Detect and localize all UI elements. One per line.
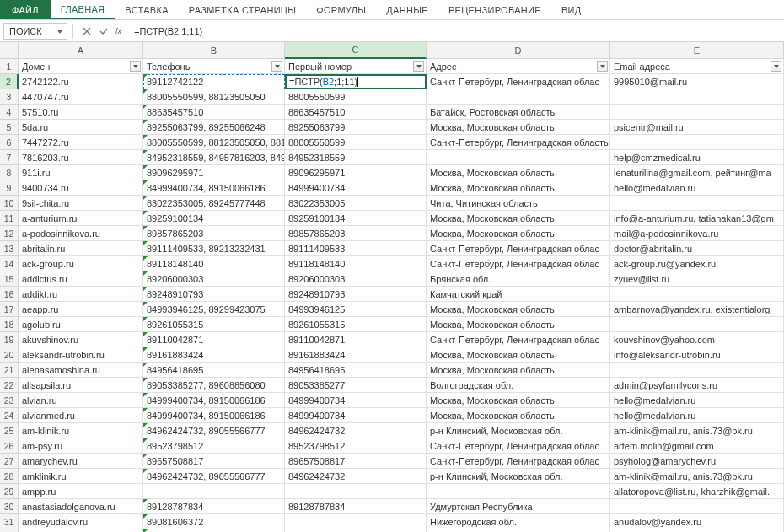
cell[interactable]: 5da.ru xyxy=(19,120,143,135)
cell[interactable]: 89111409533 xyxy=(285,241,427,256)
cell[interactable]: a-podosinnikova.ru xyxy=(19,226,143,241)
cell[interactable]: 89259100134 xyxy=(143,211,285,226)
cell[interactable]: psyholog@amarychev.ru xyxy=(610,454,784,469)
row-header[interactable]: 30 xyxy=(0,499,19,514)
tab-page-layout[interactable]: РАЗМЕТКА СТРАНИЦЫ xyxy=(179,0,307,19)
cell[interactable]: hello@medalvian.ru xyxy=(610,180,784,196)
cell[interactable]: 84962424732 xyxy=(285,423,427,438)
cell[interactable]: 89111409533, 89213232431 xyxy=(143,241,285,256)
cell[interactable]: Нижегородская обл. xyxy=(427,514,610,529)
cell[interactable]: akuvshinov.ru xyxy=(19,332,143,347)
row-header[interactable]: 9 xyxy=(0,180,19,196)
row-header[interactable]: 14 xyxy=(0,256,19,271)
cell[interactable]: 89110042871 xyxy=(285,332,427,347)
header-cell[interactable]: Первый номер xyxy=(285,59,427,74)
row-header[interactable]: 8 xyxy=(0,165,19,180)
cell[interactable]: 89112742122 xyxy=(143,74,285,89)
cell[interactable]: artem.molin@gmail.com xyxy=(610,438,784,454)
cell[interactable]: Москва, Московская область xyxy=(427,226,610,241)
row-header[interactable]: 21 xyxy=(0,363,19,378)
cell[interactable]: 89255063799 xyxy=(285,120,427,135)
cell[interactable]: 911i.ru xyxy=(19,165,143,180)
cell[interactable]: 83022353005 xyxy=(285,196,427,211)
cell[interactable]: р-н Клинский, Московская обл. xyxy=(427,423,610,438)
cell[interactable]: Москва, Московская область xyxy=(427,302,610,317)
cell[interactable]: Санкт-Петербург, Ленинградская облас xyxy=(427,256,610,271)
header-cell[interactable]: Email адреса xyxy=(610,59,784,74)
cell[interactable]: 84956418695 xyxy=(143,363,285,378)
header-cell[interactable]: Домен xyxy=(19,59,143,74)
cell[interactable]: alvianmed.ru xyxy=(19,408,143,423)
cell[interactable]: 89248910793 xyxy=(285,287,427,302)
cell[interactable]: 84993946125, 89299423075 xyxy=(143,302,285,317)
cell[interactable]: hello@medalvian.ru xyxy=(610,393,784,408)
cell[interactable]: 2742122.ru xyxy=(19,74,143,89)
cell[interactable]: admin@psyfamilycons.ru xyxy=(610,378,784,393)
cell[interactable]: anastasiadolganova.ru xyxy=(19,499,143,514)
cell[interactable] xyxy=(610,105,784,120)
row-header[interactable]: 17 xyxy=(0,302,19,317)
cell[interactable]: 4470747.ru xyxy=(19,89,143,105)
cell[interactable]: 84999400734, 89150066186 xyxy=(143,180,285,196)
cell[interactable]: 7816203.ru xyxy=(19,150,143,165)
cell[interactable]: Москва, Московская область xyxy=(427,393,610,408)
cell[interactable]: help@cmzmedical.ru xyxy=(610,150,784,165)
cell[interactable]: 88005550599 xyxy=(285,89,427,105)
cell[interactable]: Москва, Московская область xyxy=(427,180,610,196)
cell[interactable]: 89161883424 xyxy=(143,347,285,363)
cell[interactable]: 89206000303 xyxy=(143,271,285,287)
cell[interactable]: Удмуртская Республика xyxy=(427,499,610,514)
cell[interactable]: anudalov@yandex.ru xyxy=(610,514,784,529)
cell[interactable]: 84962424732, 89055566777 xyxy=(143,423,285,438)
row-header[interactable]: 7 xyxy=(0,150,19,165)
cell[interactable]: 89081606372 xyxy=(143,514,285,529)
cell[interactable]: Чита, Читинская область xyxy=(427,196,610,211)
fx-icon[interactable]: fx xyxy=(112,23,129,40)
cell[interactable]: Волгоградская обл. xyxy=(427,378,610,393)
cell[interactable]: 89118148140 xyxy=(143,256,285,271)
cell[interactable]: alenasamoshina.ru xyxy=(19,363,143,378)
cell[interactable]: =ПСТР(B2;1;11) xyxy=(285,74,427,89)
cell[interactable]: psicentr@mail.ru xyxy=(610,120,784,135)
tab-data[interactable]: ДАННЫЕ xyxy=(376,0,438,19)
name-box[interactable]: ПОИСК xyxy=(3,23,67,40)
cell[interactable]: 83022353005, 89245777448 xyxy=(143,196,285,211)
cell[interactable] xyxy=(427,150,610,165)
cell-editor[interactable]: =ПСТР(B2;1;11) xyxy=(287,76,425,88)
cell[interactable]: 89523798512 xyxy=(143,438,285,454)
cell[interactable]: hello@medalvian.ru xyxy=(610,408,784,423)
row-header[interactable]: 13 xyxy=(0,241,19,256)
cell[interactable]: 88005550599 xyxy=(285,135,427,150)
cancel-icon[interactable] xyxy=(78,23,95,40)
cell[interactable]: 57510.ru xyxy=(19,105,143,120)
col-header-c[interactable]: C xyxy=(285,42,427,59)
cell[interactable]: Москва, Московская область xyxy=(427,317,610,332)
cell[interactable]: 84962424732 xyxy=(285,469,427,484)
cell[interactable] xyxy=(610,89,784,105)
cell[interactable]: a-anturium.ru xyxy=(19,211,143,226)
row-header[interactable]: 11 xyxy=(0,211,19,226)
cell[interactable]: 89657508817 xyxy=(285,454,427,469)
cell[interactable]: 89657508817 xyxy=(143,454,285,469)
cell[interactable]: alisapsila.ru xyxy=(19,378,143,393)
header-cell[interactable]: Адрес xyxy=(427,59,610,74)
cell[interactable]: 89161883424 xyxy=(285,347,427,363)
cell[interactable]: 9995010@mail.ru xyxy=(610,74,784,89)
cell[interactable]: 89255063799, 89255066248 xyxy=(143,120,285,135)
col-header-e[interactable]: E xyxy=(610,42,784,58)
row-header[interactable]: 26 xyxy=(0,438,19,454)
cell[interactable]: ambarnova@yandex.ru, existentialorg xyxy=(610,302,784,317)
row-header[interactable]: 22 xyxy=(0,378,19,393)
cell[interactable]: 89128787834 xyxy=(143,499,285,514)
col-header-b[interactable]: B xyxy=(143,42,285,58)
cell[interactable]: 89261055315 xyxy=(143,317,285,332)
row-header[interactable]: 10 xyxy=(0,196,19,211)
row-header[interactable]: 24 xyxy=(0,408,19,423)
cell[interactable]: Москва, Московская область xyxy=(427,363,610,378)
cell[interactable]: kouvshinov@yahoo.com xyxy=(610,332,784,347)
cell[interactable]: 88635457510 xyxy=(143,105,285,120)
row-header[interactable]: 12 xyxy=(0,226,19,241)
cell[interactable]: Камчатский край xyxy=(427,287,610,302)
cell[interactable] xyxy=(610,135,784,150)
cell[interactable]: 84952318559, 84957816203, 8499 xyxy=(143,150,285,165)
